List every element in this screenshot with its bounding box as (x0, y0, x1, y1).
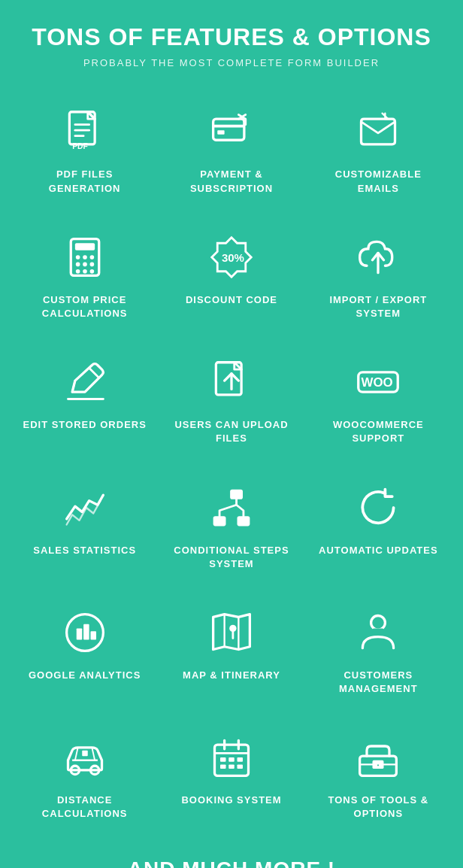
tools-icon (351, 730, 405, 785)
svg-rect-30 (237, 516, 250, 526)
svg-point-12 (89, 255, 94, 259)
feature-cell-google-analytics: GOOGLE ANALYTICS (15, 592, 154, 709)
svg-rect-54 (237, 757, 243, 762)
payment-icon (204, 105, 259, 159)
feature-cell-distance: DISTANCE CALCULATIONS (15, 717, 154, 834)
footer-text: AND MUCH MORE ! (15, 850, 448, 868)
feature-label-sales-stats: SALES STATISTICS (33, 544, 136, 557)
feature-cell-import-export: IMPORT / EXPORT SYSTEM (309, 217, 448, 334)
feature-label-google-analytics: GOOGLE ANALYTICS (29, 669, 141, 682)
feature-cell-conditional-steps: CONDITIONAL STEPS SYSTEM (162, 467, 301, 584)
svg-marker-36 (213, 615, 250, 650)
edit-icon (58, 355, 112, 409)
woo-icon: WOO (351, 355, 405, 409)
subtitle: PROBABLY THE MOST COMPLETE FORM BUILDER (15, 57, 448, 68)
feature-cell-upload-files: USERS CAN UPLOAD FILES (162, 341, 301, 459)
feature-label-emails: CUSTOMIZABLE EMAILS (316, 168, 440, 195)
svg-point-13 (75, 262, 80, 266)
svg-rect-52 (220, 757, 226, 762)
stats-icon (58, 481, 112, 535)
feature-label-conditional-steps: CONDITIONAL STEPS SYSTEM (169, 544, 293, 571)
page-wrapper: TONS OF FEATURES & OPTIONS PROBABLY THE … (0, 0, 463, 868)
pdf-icon: PDF (58, 105, 112, 159)
svg-rect-35 (90, 631, 96, 639)
discount-icon: 30% (204, 230, 259, 284)
svg-rect-34 (83, 624, 89, 640)
feature-cell-tools: TONS OF TOOLS & OPTIONS (309, 717, 448, 834)
email-icon (351, 105, 405, 159)
feature-label-customers: CUSTOMERS MANAGEMENT (316, 669, 440, 696)
feature-cell-edit-orders: EDIT STORED ORDERS (15, 341, 154, 459)
feature-label-tools: TONS OF TOOLS & OPTIONS (316, 794, 440, 821)
cloud-upload-icon (351, 230, 405, 284)
customers-icon (351, 605, 405, 660)
svg-point-14 (83, 262, 87, 266)
svg-rect-55 (220, 765, 226, 769)
booking-icon (204, 730, 259, 785)
feature-cell-pdf-files: PDF PDF FILES GENERATION (15, 91, 154, 208)
svg-point-40 (371, 615, 386, 630)
feature-cell-map-itinerary: MAP & ITINERARY (162, 592, 301, 709)
feature-label-auto-updates: AUTOMATIC UPDATES (319, 544, 438, 557)
svg-line-46 (92, 748, 95, 760)
feature-label-distance: DISTANCE CALCULATIONS (23, 794, 147, 821)
feature-label-upload-files: USERS CAN UPLOAD FILES (169, 418, 293, 445)
svg-rect-57 (237, 765, 243, 769)
feature-cell-booking: BOOKING SYSTEM (162, 717, 301, 834)
feature-cell-customers: CUSTOMERS MANAGEMENT (309, 592, 448, 709)
svg-point-11 (83, 255, 87, 259)
car-icon (58, 730, 112, 785)
svg-line-45 (75, 748, 78, 760)
feature-cell-payment: PAYMENT & SUBSCRIPTION (162, 91, 301, 208)
map-icon (204, 605, 259, 660)
svg-rect-29 (213, 516, 226, 526)
feature-cell-auto-updates: AUTOMATIC UPDATES (309, 467, 448, 584)
feature-label-pdf-files: PDF FILES GENERATION (23, 168, 147, 195)
feature-cell-emails: CUSTOMIZABLE EMAILS (309, 91, 448, 208)
feature-cell-woocommerce: WOO WOOCOMMERCE SUPPORT (309, 341, 448, 459)
feature-cell-sales-stats: SALES STATISTICS (15, 467, 154, 584)
svg-point-17 (83, 269, 87, 274)
svg-text:30%: 30% (222, 250, 244, 263)
svg-rect-53 (228, 757, 235, 762)
main-title: TONS OF FEATURES & OPTIONS (15, 23, 448, 51)
feature-label-discount: DISCOUNT CODE (186, 293, 277, 307)
feature-label-import-export: IMPORT / EXPORT SYSTEM (316, 293, 440, 320)
feature-label-booking: BOOKING SYSTEM (181, 794, 281, 807)
svg-rect-9 (75, 243, 95, 250)
feature-label-map-itinerary: MAP & ITINERARY (183, 669, 280, 682)
conditional-icon (204, 481, 259, 535)
svg-line-21 (89, 368, 98, 378)
feature-cell-price-calc: CUSTOM PRICE CALCULATIONS (15, 217, 154, 334)
svg-rect-7 (217, 131, 224, 135)
svg-point-10 (75, 255, 80, 259)
svg-rect-33 (76, 628, 82, 639)
feature-cell-discount: 30% DISCOUNT CODE (162, 217, 301, 334)
svg-point-15 (89, 262, 94, 266)
updates-icon (351, 481, 405, 535)
features-grid: PDF PDF FILES GENERATION PAYMENT & SUBSC… (15, 91, 448, 834)
svg-point-16 (75, 269, 80, 274)
feature-label-woocommerce: WOOCOMMERCE SUPPORT (316, 418, 440, 445)
calculator-icon (58, 230, 112, 284)
analytics-icon (58, 605, 112, 660)
svg-rect-47 (82, 751, 88, 757)
svg-rect-56 (228, 765, 235, 769)
svg-point-18 (89, 269, 94, 274)
svg-text:PDF: PDF (72, 142, 88, 150)
svg-rect-41 (373, 628, 384, 635)
feature-label-price-calc: CUSTOM PRICE CALCULATIONS (23, 293, 147, 320)
svg-text:WOO: WOO (362, 375, 393, 390)
upload-file-icon (204, 355, 259, 409)
feature-label-edit-orders: EDIT STORED ORDERS (23, 418, 146, 432)
svg-rect-5 (213, 120, 244, 141)
feature-label-payment: PAYMENT & SUBSCRIPTION (169, 168, 293, 195)
